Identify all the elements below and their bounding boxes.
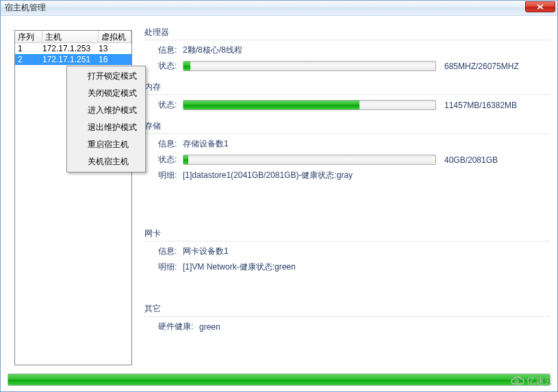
mem-progress (183, 100, 436, 110)
other-title: 其它 (144, 303, 550, 315)
table-row[interactable]: 1 172.17.1.253 13 (15, 43, 131, 54)
mem-title: 内存 (144, 81, 550, 93)
mem-section: 内存 状态: 11457MB/16382MB (144, 81, 550, 111)
cell-vm: 13 (99, 44, 131, 53)
cpu-title: 处理器 (144, 27, 550, 38)
col-host[interactable]: 主机 (42, 31, 99, 42)
nic-info-value: 网卡设备数1 (183, 246, 229, 257)
svg-point-0 (516, 380, 518, 382)
cpu-status-label: 状态: (158, 60, 183, 72)
col-seq[interactable]: 序列 (15, 31, 42, 42)
menu-reboot[interactable]: 重启宿主机 (68, 136, 144, 153)
cell-host: 172.17.1.253 (42, 44, 99, 53)
storage-title: 存储 (144, 120, 550, 132)
storage-detail-value: [1]datastore1(2041GB/2081GB)-健康状态:gray (183, 170, 353, 181)
watermark: 亿速云 (510, 375, 553, 387)
cpu-info-value: 2颗/8核心/8线程 (183, 44, 242, 56)
nic-title: 网卡 (144, 228, 550, 239)
separator (144, 40, 550, 40)
menu-lock-off[interactable]: 关闭锁定模式 (68, 85, 144, 102)
cpu-status-text: 685MHZ/26075MHZ (444, 62, 519, 71)
separator (144, 133, 550, 134)
host-table: 序列 主机 虚拟机 1 172.17.1.253 13 2 172.17.1.2… (14, 30, 132, 365)
nic-info-label: 信息: (158, 246, 183, 257)
host-management-window: 宿主机管理 序列 主机 虚拟机 1 172.17.1.253 13 2 172.… (0, 0, 558, 392)
storage-status-label: 状态: (158, 154, 183, 166)
cpu-info-label: 信息: (158, 44, 183, 56)
nic-section: 网卡 信息: 网卡设备数1 明细: [1]VM Network-健康状态:gre… (144, 228, 550, 273)
cell-vm: 16 (99, 55, 131, 64)
col-vm[interactable]: 虚拟机 (99, 31, 131, 42)
close-button[interactable] (525, 1, 555, 12)
details-panel: 处理器 信息: 2颗/8核心/8线程 状态: 685MHZ/26075MHZ 内… (144, 27, 550, 364)
nic-detail-value: [1]VM Network-健康状态:green (183, 261, 296, 273)
separator (144, 241, 550, 241)
hw-label: 硬件健康: (158, 321, 199, 332)
menu-shutdown[interactable]: 关机宿主机 (68, 153, 144, 170)
cell-seq: 2 (15, 55, 42, 64)
separator (144, 94, 550, 95)
mem-status-label: 状态: (158, 99, 183, 111)
menu-maint-exit[interactable]: 退出维护模式 (68, 119, 144, 136)
menu-maint-enter[interactable]: 进入维护模式 (68, 102, 144, 119)
storage-info-value: 存储设备数1 (183, 138, 229, 150)
storage-info-label: 信息: (158, 138, 183, 150)
table-row[interactable]: 2 172.17.1.251 16 (15, 54, 131, 65)
watermark-text: 亿速云 (527, 375, 553, 387)
mem-status-text: 11457MB/16382MB (444, 101, 517, 110)
separator (144, 316, 550, 317)
cell-seq: 1 (15, 44, 42, 53)
storage-detail-label: 明细: (158, 170, 183, 181)
storage-progress (183, 155, 436, 165)
hw-value: green (199, 322, 220, 332)
cell-host: 172.17.1.251 (42, 55, 99, 64)
cpu-section: 处理器 信息: 2颗/8核心/8线程 状态: 685MHZ/26075MHZ (144, 27, 550, 72)
bottom-progress (8, 374, 550, 386)
content-area: 序列 主机 虚拟机 1 172.17.1.253 13 2 172.17.1.2… (8, 21, 550, 364)
window-title: 宿主机管理 (5, 2, 46, 14)
cpu-progress (183, 61, 436, 71)
table-header: 序列 主机 虚拟机 (15, 31, 131, 43)
other-section: 其它 硬件健康: green (144, 303, 550, 332)
nic-detail-label: 明细: (158, 261, 183, 273)
storage-section: 存储 信息: 存储设备数1 状态: 40GB/2081GB 明细: [1]dat… (144, 120, 550, 181)
context-menu: 打开锁定模式 关闭锁定模式 进入维护模式 退出维护模式 重启宿主机 关机宿主机 (66, 66, 146, 172)
storage-status-text: 40GB/2081GB (444, 155, 498, 165)
titlebar: 宿主机管理 (1, 1, 557, 16)
menu-lock-on[interactable]: 打开锁定模式 (68, 68, 144, 85)
